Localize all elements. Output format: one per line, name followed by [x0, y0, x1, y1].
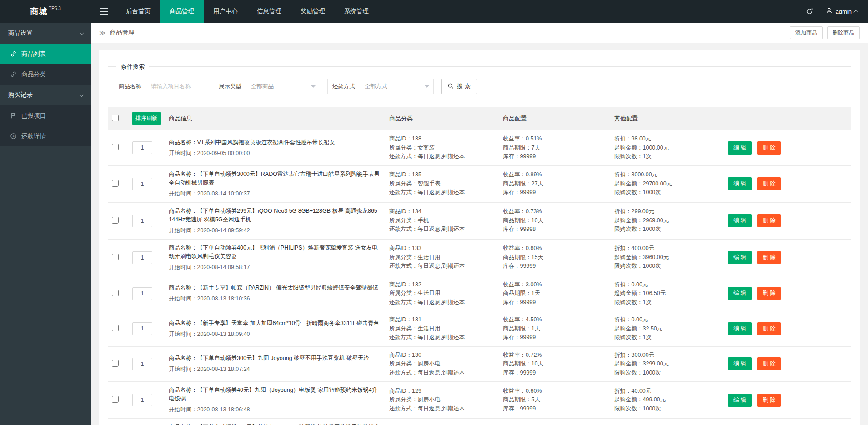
row-checkbox[interactable] [112, 360, 119, 367]
delete-button[interactable]: 删 除 [757, 141, 781, 155]
edit-button[interactable]: 编 辑 [728, 141, 752, 155]
search-button[interactable]: 搜 索 [441, 79, 477, 94]
sort-order-input[interactable] [132, 178, 152, 190]
delete-button[interactable]: 删 除 [757, 322, 781, 335]
sort-order-input[interactable] [132, 358, 152, 370]
product-discount: 折扣：300.00元 [614, 351, 721, 360]
product-start-time: 开始时间：2020-08-14 10:00:37 [169, 190, 382, 198]
row-checkbox[interactable] [112, 325, 119, 331]
product-min-amount: 起购金额：3960.00元 [614, 253, 721, 262]
row-checkbox[interactable] [112, 290, 119, 296]
nav-item-home[interactable]: 后台首页 [116, 0, 160, 23]
sidebar-item-product-list[interactable]: 商品列表 [0, 44, 91, 64]
product-name-input[interactable] [146, 79, 206, 94]
product-rate: 收益率：0.73% [503, 207, 607, 216]
sort-order-input[interactable] [132, 287, 152, 300]
sidebar-item-product-category[interactable]: 商品分类 [0, 64, 91, 85]
app-logo: 商城 TP5.3 [0, 0, 91, 23]
table-row: 商品名称：【下单自动领券400元】飞利浦（PHILIPS）焕新奢宠挚爱套装 送女… [108, 239, 851, 276]
product-stock: 库存：99999 [503, 152, 607, 161]
sort-refresh-button[interactable]: 排序刷新 [132, 112, 161, 125]
product-purchase-limit: 限购次数：1次 [614, 152, 721, 161]
product-start-time: 开始时间：2020-08-14 09:58:17 [169, 263, 382, 272]
product-min-amount: 起购金额：106.50元 [614, 289, 721, 298]
delete-button[interactable]: 删 除 [757, 357, 781, 370]
edit-button[interactable]: 编 辑 [728, 357, 752, 370]
sort-order-input[interactable] [132, 251, 152, 264]
nav-item-users[interactable]: 用户中心 [204, 0, 247, 23]
refresh-icon[interactable] [798, 0, 820, 23]
row-checkbox[interactable] [112, 180, 119, 187]
product-name: 商品名称：【新手专享】天堂伞 加大加固64cm*10骨三折晴雨商务伞3311E碰… [169, 319, 382, 328]
nav-item-system[interactable]: 系统管理 [335, 0, 378, 23]
product-min-amount: 起购金额：1000.00元 [614, 144, 721, 153]
repay-method-select[interactable]: 全部方式 [360, 79, 434, 94]
product-min-amount: 起购金额：32.50元 [614, 325, 721, 334]
sort-order-input[interactable] [132, 394, 152, 406]
product-category: 所属分类：生活日用 [389, 253, 496, 262]
product-start-time: 开始时间：2020-09-05 00:00:00 [169, 149, 382, 158]
display-type-field: 展示类型 全部商品 [214, 79, 320, 94]
breadcrumb: ≫ 商品管理 添加商品 删除商品 [91, 23, 868, 43]
row-checkbox[interactable] [112, 144, 119, 150]
sort-order-input[interactable] [132, 322, 152, 335]
product-purchase-limit: 限购次数：1000次 [614, 225, 721, 234]
product-category: 所属分类：手机 [389, 216, 496, 225]
chevron-down-icon [425, 85, 429, 90]
delete-button[interactable]: 删 除 [757, 394, 781, 407]
search-icon [447, 83, 454, 90]
nav-item-info[interactable]: 信息管理 [247, 0, 291, 23]
product-table-body: 商品名称：VT系列中国风旗袍改良版连衣裙两件套性感吊带长裙女 开始时间：2020… [108, 130, 851, 425]
nav-item-products[interactable]: 商品管理 [160, 0, 204, 23]
search-legend: 条件搜索 [116, 63, 149, 71]
product-min-amount: 起购金额：3299.00元 [614, 360, 721, 369]
flag-icon [10, 112, 17, 120]
edit-button[interactable]: 编 辑 [728, 251, 752, 264]
product-name: 商品名称：【下单自动领券40元】九阳（Joyoung）电饭煲 家用智能预约米饭锅… [169, 386, 382, 403]
product-rate: 收益率：0.60% [503, 244, 607, 253]
sidebar-item-repayment-details[interactable]: ¥ 还款详情 [0, 126, 91, 146]
sidebar-group-product-settings[interactable]: 商品设置 [0, 23, 91, 44]
product-discount: 折扣：400.00元 [614, 244, 721, 253]
add-product-button[interactable]: 添加商品 [790, 26, 823, 39]
search-panel: 条件搜索 商品名称 展示类型 全部商品 还款方式 [108, 66, 851, 94]
edit-button[interactable]: 编 辑 [728, 394, 752, 407]
edit-button[interactable]: 编 辑 [728, 287, 752, 300]
header-actions [724, 107, 851, 130]
product-discount: 折扣：0.00元 [614, 315, 721, 325]
row-checkbox[interactable] [112, 254, 119, 260]
display-type-value: 全部商品 [251, 83, 274, 90]
display-type-select[interactable]: 全部商品 [246, 79, 320, 94]
table-row: 商品名称：【下单自动领券3000元】RADO雷达表官方瑞士进口皓星系列陶瓷手表男… [108, 165, 851, 202]
row-checkbox[interactable] [112, 217, 119, 224]
product-name: 商品名称：【下单自动领券120元】苏泊尔(SUPOR)破壁机 榨汁机豆浆机果汁机… [169, 423, 382, 425]
select-all-checkbox[interactable] [112, 115, 119, 121]
delete-button[interactable]: 删 除 [757, 251, 781, 264]
delete-button[interactable]: 删 除 [757, 177, 781, 190]
product-name: 商品名称：【下单自动领券299元】iQOO Neo3 5G 8GB+128GB … [169, 207, 382, 224]
sort-order-input[interactable] [132, 141, 152, 154]
delete-product-button[interactable]: 删除商品 [827, 26, 860, 39]
product-min-amount: 起购金额：499.00元 [614, 395, 721, 405]
edit-button[interactable]: 编 辑 [728, 177, 752, 190]
product-period: 商品期限：5天 [503, 395, 607, 405]
delete-button[interactable]: 删 除 [757, 214, 781, 227]
product-start-time: 开始时间：2020-08-13 18:06:48 [169, 405, 382, 414]
table-row: 商品名称：【下单自动领券299元】iQOO Neo3 5G 8GB+128GB … [108, 202, 851, 239]
sidebar-item-invested-projects[interactable]: 已投项目 [0, 105, 91, 126]
edit-button[interactable]: 编 辑 [728, 214, 752, 227]
product-category: 所属分类：女套装 [389, 144, 496, 153]
sidebar-group-purchase-records[interactable]: 购买记录 [0, 85, 91, 105]
product-id: 商品ID：130 [389, 351, 496, 360]
menu-toggle-icon[interactable] [91, 0, 116, 23]
delete-button[interactable]: 删 除 [757, 287, 781, 300]
product-category: 所属分类：厨房小电 [389, 360, 496, 369]
edit-button[interactable]: 编 辑 [728, 322, 752, 335]
nav-item-rewards[interactable]: 奖励管理 [291, 0, 335, 23]
user-menu[interactable]: admin [820, 0, 868, 23]
main-area: ≫ 商品管理 添加商品 删除商品 条件搜索 商品名称 展示类型 全部商品 [91, 0, 868, 425]
row-checkbox[interactable] [112, 396, 119, 403]
link-icon [10, 50, 17, 58]
search-button-label: 搜 索 [457, 82, 471, 90]
sort-order-input[interactable] [132, 215, 152, 227]
